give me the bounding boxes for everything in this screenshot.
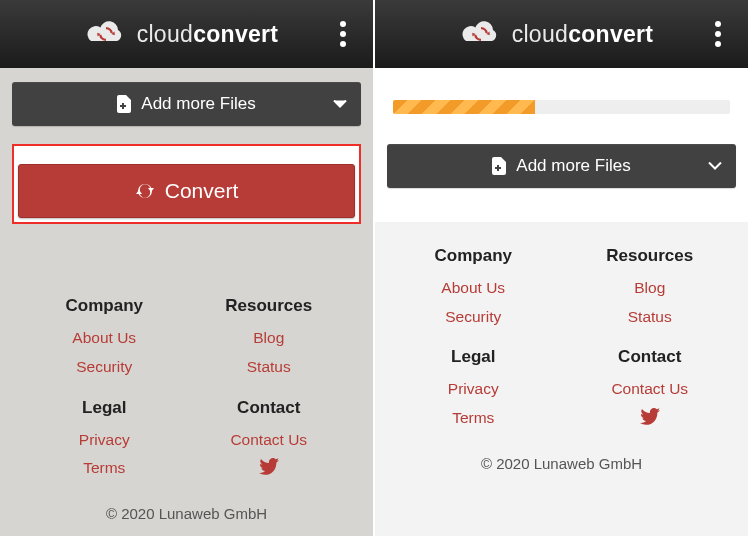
footer-link-terms[interactable]: Terms [385, 404, 562, 433]
file-plus-icon [117, 95, 131, 113]
footer: Company About Us Security Resources Blog… [375, 222, 748, 536]
footer-link-privacy[interactable]: Privacy [385, 375, 562, 404]
footer-heading: Resources [187, 296, 352, 316]
brand-text: cloudconvert [512, 21, 654, 48]
footer-link-about[interactable]: About Us [385, 274, 562, 303]
brand-text-bold: convert [568, 21, 653, 47]
cloud-logo-icon [85, 19, 127, 49]
footer-col-resources: Resources Blog Status [562, 246, 739, 331]
footer-link-about[interactable]: About Us [22, 324, 187, 353]
main-area: Add more Files Company About Us Security… [375, 68, 748, 536]
footer-link-security[interactable]: Security [22, 353, 187, 382]
footer-link-status[interactable]: Status [562, 303, 739, 332]
brand-text-bold: convert [193, 21, 278, 47]
footer: Company About Us Security Resources Blog… [12, 272, 361, 536]
footer-link-privacy[interactable]: Privacy [22, 426, 187, 455]
footer-link-contact[interactable]: Contact Us [187, 426, 352, 455]
brand-text-light: cloud [512, 21, 568, 47]
chevron-down-icon [333, 100, 347, 109]
screen-left: cloudconvert Add more Files Convert [0, 0, 375, 536]
footer-heading: Company [385, 246, 562, 266]
footer-link-blog[interactable]: Blog [562, 274, 739, 303]
footer-link-contact[interactable]: Contact Us [562, 375, 739, 404]
add-files-button[interactable]: Add more Files [387, 144, 736, 188]
convert-highlight: Convert [12, 144, 361, 224]
main-area: Add more Files Convert Company About Us … [0, 68, 373, 536]
footer-link-blog[interactable]: Blog [187, 324, 352, 353]
brand-text: cloudconvert [137, 21, 279, 48]
footer-link-security[interactable]: Security [385, 303, 562, 332]
brand-logo[interactable]: cloudconvert [34, 19, 329, 49]
add-files-label: Add more Files [516, 156, 630, 176]
app-header: cloudconvert [375, 0, 748, 68]
footer-heading: Company [22, 296, 187, 316]
footer-col-contact: Contact Contact Us [562, 347, 739, 432]
footer-col-resources: Resources Blog Status [187, 296, 352, 381]
footer-col-company: Company About Us Security [385, 246, 562, 331]
add-files-label: Add more Files [141, 94, 255, 114]
footer-link-terms[interactable]: Terms [22, 454, 187, 483]
file-plus-icon [492, 157, 506, 175]
chevron-down-icon [708, 162, 722, 171]
progress-fill [393, 100, 535, 114]
footer-col-legal: Legal Privacy Terms [22, 398, 187, 483]
convert-label: Convert [165, 179, 239, 203]
cloud-logo-icon [460, 19, 502, 49]
refresh-icon [135, 181, 155, 201]
app-header: cloudconvert [0, 0, 373, 68]
copyright: © 2020 Lunaweb GmbH [385, 455, 738, 472]
screen-right: cloudconvert Add more Files Company [375, 0, 750, 536]
footer-col-legal: Legal Privacy Terms [385, 347, 562, 432]
brand-logo[interactable]: cloudconvert [409, 19, 704, 49]
footer-heading: Contact [187, 398, 352, 418]
footer-heading: Legal [385, 347, 562, 367]
twitter-icon[interactable] [640, 408, 660, 425]
menu-button[interactable] [704, 21, 732, 47]
footer-col-company: Company About Us Security [22, 296, 187, 381]
menu-button[interactable] [329, 21, 357, 47]
footer-col-contact: Contact Contact Us [187, 398, 352, 483]
footer-heading: Legal [22, 398, 187, 418]
convert-button[interactable]: Convert [18, 164, 355, 218]
copyright: © 2020 Lunaweb GmbH [22, 505, 351, 522]
progress-bar [393, 100, 730, 114]
twitter-icon[interactable] [259, 458, 279, 475]
footer-link-status[interactable]: Status [187, 353, 352, 382]
brand-text-light: cloud [137, 21, 193, 47]
footer-heading: Resources [562, 246, 739, 266]
footer-heading: Contact [562, 347, 739, 367]
add-files-button[interactable]: Add more Files [12, 82, 361, 126]
